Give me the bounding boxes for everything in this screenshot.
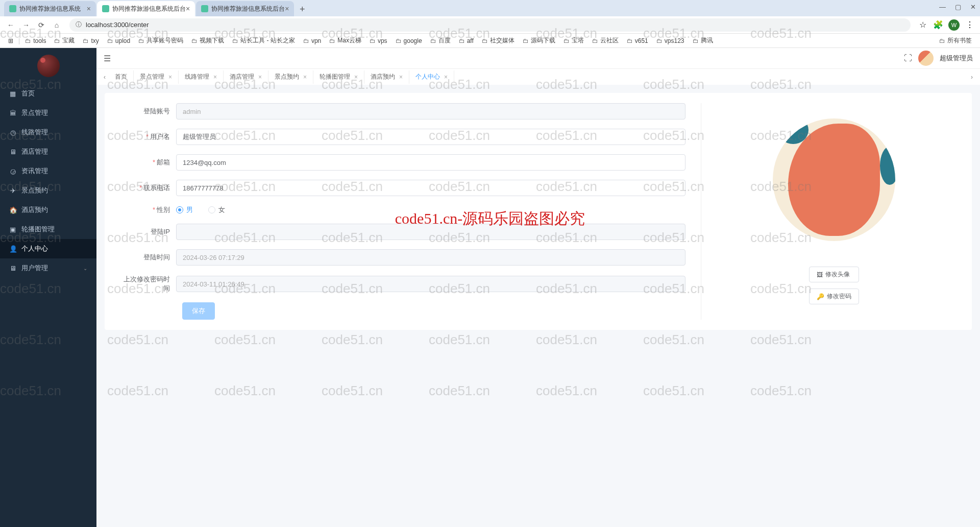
page-tab-label: 个人中心 [415, 73, 440, 81]
tab-close-icon[interactable]: × [168, 74, 172, 81]
folder-icon: 🗀 [592, 37, 598, 44]
hamburger-icon[interactable]: ☰ [104, 54, 111, 63]
tab-close-icon[interactable]: × [303, 74, 307, 81]
folder-icon: 🗀 [430, 37, 436, 44]
input-username[interactable] [176, 129, 685, 145]
tab-close-icon[interactable]: × [186, 5, 190, 13]
fullscreen-icon[interactable]: ⛶ [904, 54, 912, 63]
bookmark-item[interactable]: 🗀宝藏 [51, 35, 78, 46]
browser-tab[interactable]: 协同推荐旅游信息系统后台× [97, 1, 195, 16]
new-tab-button[interactable]: + [295, 2, 309, 16]
reload-button[interactable]: ⟳ [36, 19, 47, 31]
sidebar-item[interactable]: ◶资讯管理 [0, 161, 96, 181]
page-tab[interactable]: 酒店管理× [224, 70, 268, 84]
page-tab[interactable]: 景点管理× [134, 70, 179, 84]
tab-close-icon[interactable]: × [87, 5, 91, 13]
bookmark-item[interactable]: 🗀v651 [624, 36, 651, 45]
all-bookmarks[interactable]: 🗀所有书签 [936, 35, 975, 46]
bookmark-label: 共享账号密码 [146, 36, 183, 45]
tabs-scroll-right-icon[interactable]: › [968, 74, 976, 81]
close-icon[interactable]: ✕ [970, 3, 976, 11]
menu-icon[interactable]: ⋮ [965, 20, 975, 30]
sidebar-icon: 🏠 [9, 206, 16, 214]
logo-avatar [37, 55, 60, 77]
radio-male[interactable]: 男 [176, 205, 193, 214]
profile-avatar[interactable]: W [948, 19, 960, 31]
bookmark-item[interactable]: 🗀google [393, 36, 425, 45]
sidebar-item[interactable]: 🖥用户管理⌄ [0, 258, 96, 278]
input-login-ip [176, 224, 685, 240]
page-tab-label: 景点管理 [140, 73, 164, 81]
save-button[interactable]: 保存 [182, 302, 215, 320]
home-button[interactable]: ⌂ [51, 19, 62, 31]
page-tab[interactable]: 首页 [109, 70, 134, 84]
sidebar-icon: 🏛 [9, 109, 16, 117]
tab-close-icon[interactable]: × [444, 74, 448, 81]
maximize-icon[interactable]: ▢ [955, 3, 961, 11]
sidebar-item-label: 景点管理 [21, 108, 48, 117]
sidebar-item[interactable]: 👤个人中心 [0, 239, 96, 258]
sidebar-item-label: 个人中心 [21, 244, 48, 253]
bookmark-item[interactable]: 🗀txy [80, 36, 102, 45]
tab-close-icon[interactable]: × [258, 74, 262, 81]
sidebar-item[interactable]: 🖥酒店管理 [0, 142, 96, 161]
bookmark-item[interactable]: 🗀uplod [104, 36, 133, 45]
bookmark-item[interactable]: 🗀腾讯 [690, 35, 716, 46]
bookmark-item[interactable]: 🗀源码下载 [520, 35, 558, 46]
folder-icon: 🗀 [482, 37, 488, 44]
page-tab[interactable]: 线路管理× [179, 70, 224, 84]
url-field[interactable]: ⓘ localhost:3000/center [69, 18, 911, 32]
back-button[interactable]: ← [5, 19, 16, 31]
tab-close-icon[interactable]: × [399, 74, 403, 81]
extensions-icon[interactable]: 🧩 [933, 20, 943, 30]
tab-close-icon[interactable]: × [213, 74, 217, 81]
bookmark-item[interactable]: 🗀百度 [427, 35, 454, 46]
bookmark-item[interactable]: 🗀Max云梯 [326, 35, 364, 46]
page-tab[interactable]: 个人中心× [409, 70, 454, 84]
top-header: ☰ ⛶ 超级管理员 [96, 48, 980, 68]
browser-tab[interactable]: 协同推荐旅游信息系统后台× [196, 1, 294, 16]
page-tab[interactable]: 景点预约× [268, 70, 313, 84]
bookmark-item[interactable]: 🗀云社区 [589, 35, 622, 46]
row-username: *用户名 [120, 129, 685, 145]
bookmark-item[interactable]: 🗀视频下载 [188, 35, 227, 46]
forward-button[interactable]: → [20, 19, 32, 31]
star-icon[interactable]: ☆ [918, 20, 928, 30]
bookmark-item[interactable]: 🗀社交媒体 [479, 35, 518, 46]
sidebar-item[interactable]: ▣轮播图管理 [0, 220, 96, 239]
row-email: *邮箱 [120, 154, 685, 171]
page-tab[interactable]: 酒店预约× [364, 70, 409, 84]
sidebar-item[interactable]: ◷线路管理 [0, 123, 96, 142]
sidebar-item[interactable]: 🏛景点管理 [0, 103, 96, 123]
bookmark-item[interactable]: 🗀aff [456, 36, 477, 45]
change-password-button[interactable]: 🔑修改密码 [809, 289, 859, 304]
sidebar-item[interactable]: 🏠酒店预约 [0, 200, 96, 220]
bookmark-item[interactable]: 🗀宝塔 [560, 35, 587, 46]
folder-icon: 🗀 [396, 37, 402, 44]
sidebar-item[interactable]: ▦首页 [0, 84, 96, 103]
bookmark-item[interactable]: 🗀vpn [300, 36, 324, 45]
app-root: ▦首页🏛景点管理◷线路管理🖥酒店管理◶资讯管理✈景点预约🏠酒店预约▣轮播图管理👤… [0, 48, 980, 527]
sidebar-icon: ▣ [9, 226, 16, 233]
tab-close-icon[interactable]: × [354, 74, 358, 81]
sidebar-item[interactable]: ✈景点预约 [0, 181, 96, 200]
bookmark-item[interactable]: 🗀站长工具 - 站长之家 [229, 35, 298, 46]
bookmark-item[interactable]: 🗀vps [366, 36, 390, 45]
bookmark-item[interactable]: 🗀vps123 [653, 36, 688, 45]
bookmark-item[interactable]: 🗀共享账号密码 [135, 35, 186, 46]
minimize-icon[interactable]: — [939, 3, 946, 11]
page-tab[interactable]: 轮播图管理× [313, 70, 364, 84]
header-avatar[interactable] [918, 51, 934, 66]
browser-tab[interactable]: 协同推荐旅游信息系统× [4, 1, 96, 16]
browser-tab-bar: 协同推荐旅游信息系统×协同推荐旅游信息系统后台×协同推荐旅游信息系统后台×+ [0, 0, 980, 16]
input-phone[interactable] [176, 180, 685, 196]
bookmark-item[interactable]: 🗀tools [22, 36, 49, 45]
tabs-scroll-left-icon[interactable]: ‹ [101, 74, 109, 81]
sidebar-icon: 🖥 [9, 265, 16, 272]
apps-button[interactable]: ⊞ [5, 36, 16, 45]
radio-female[interactable]: 女 [208, 205, 225, 214]
input-email[interactable] [176, 154, 685, 171]
change-avatar-button[interactable]: 🖼修改头像 [809, 267, 859, 282]
tab-close-icon[interactable]: × [285, 5, 289, 13]
bookmark-label: 百度 [438, 36, 451, 45]
